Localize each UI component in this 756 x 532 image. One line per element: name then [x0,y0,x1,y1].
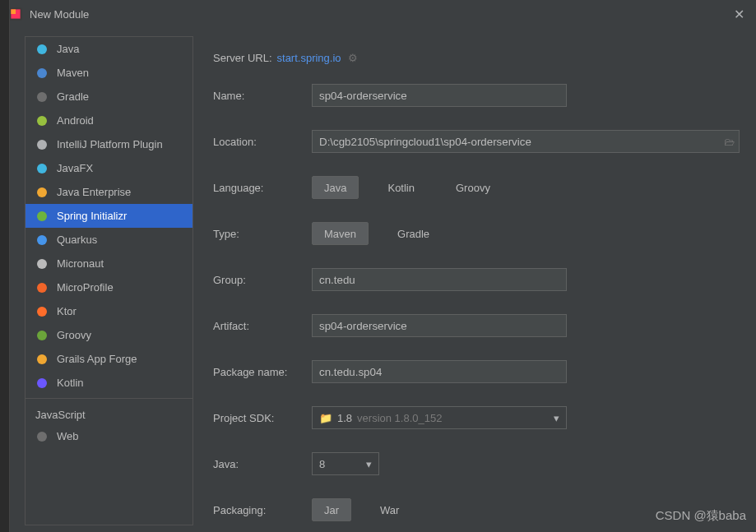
type-label: Type: [213,228,312,240]
grails-icon [35,353,49,366]
sidebar-item-java[interactable]: Java [26,37,192,61]
gear-icon[interactable]: ⚙ [348,52,358,64]
location-label: Location: [213,136,312,148]
web-icon [35,430,49,443]
group-input[interactable] [312,268,567,291]
sdk-version: version 1.8.0_152 [357,412,442,424]
android-icon [35,114,49,127]
svg-point-12 [37,259,47,269]
server-url-link[interactable]: start.spring.io [277,52,341,64]
sidebar-item-javafx[interactable]: JavaFX [26,156,192,180]
sidebar-item-ktor[interactable]: Ktor [26,299,192,323]
sidebar-item-maven[interactable]: Maven [26,61,192,85]
sidebar-group-js: JavaScript [26,402,192,424]
micronaut-icon [35,257,49,271]
sdk-value: 1.8 [337,412,352,424]
java-label: Java: [213,458,312,470]
name-label: Name: [213,90,312,102]
sidebar-item-micronaut[interactable]: Micronaut [26,252,192,275]
sidebar-item-label: Grails App Forge [57,353,137,365]
language-option-groovy[interactable]: Groovy [443,176,503,199]
svg-point-7 [37,140,47,150]
svg-point-4 [37,68,47,78]
ktor-icon [35,305,49,318]
app-icon [8,7,23,21]
artifact-input[interactable] [312,314,567,337]
location-input[interactable] [312,130,740,153]
svg-rect-2 [11,9,16,14]
folder-sdk-icon: 📁 [319,412,332,424]
quarkus-icon [35,234,49,247]
server-url-label: Server URL: [213,52,272,64]
sidebar-item-quarkus[interactable]: Quarkus [26,228,192,252]
microprofile-icon [35,281,49,294]
language-group: JavaKotlinGroovy [312,176,519,199]
language-option-kotlin[interactable]: Kotlin [375,176,427,199]
generator-sidebar: JavaMavenGradleAndroidIntelliJ Platform … [25,36,193,525]
sidebar-item-android[interactable]: Android [26,109,192,132]
sidebar-item-label: Java Enterprise [57,186,131,198]
svg-point-14 [37,307,47,317]
sidebar-item-label: Gradle [57,90,89,103]
svg-point-6 [37,116,47,126]
window-title: New Module [30,8,730,21]
sdk-select[interactable]: 📁 1.8 version 1.8.0_152 ▾ [312,406,567,429]
sdk-label: Project SDK: [213,412,312,424]
sidebar-item-kotlin[interactable]: Kotlin [26,371,192,395]
groovy-icon [35,329,49,342]
sidebar-item-label: Android [57,114,94,127]
sidebar-item-label: MicroProfile [57,281,114,294]
svg-point-18 [37,432,47,442]
svg-point-15 [37,331,47,340]
svg-point-8 [37,164,47,173]
sidebar-item-intellij-platform-plugin[interactable]: IntelliJ Platform Plugin [26,132,192,156]
sidebar-item-microprofile[interactable]: MicroProfile [26,275,192,299]
java-select[interactable]: 8 ▾ [312,452,379,475]
packaging-label: Packaging: [213,504,312,516]
svg-point-10 [37,211,47,221]
javafx-icon [35,162,49,175]
packaging-option-jar[interactable]: Jar [312,498,351,521]
sidebar-item-label: Web [57,430,79,442]
sidebar-item-label: IntelliJ Platform Plugin [57,138,163,150]
folder-icon[interactable]: 🗁 [724,136,735,148]
chevron-down-icon: ▾ [366,458,372,470]
type-group: MavenGradle [312,222,458,245]
language-label: Language: [213,182,312,194]
edge-strip [0,0,10,532]
sidebar-item-label: Spring Initializr [57,210,127,222]
jee-icon [35,186,49,199]
type-option-maven[interactable]: Maven [312,222,369,245]
titlebar: New Module ✕ [0,0,756,28]
gradle-icon [35,90,49,104]
packaging-option-war[interactable]: War [368,498,411,521]
spring-icon [35,210,49,223]
type-option-gradle[interactable]: Gradle [385,222,442,245]
sidebar-item-web[interactable]: Web [26,424,192,448]
sidebar-item-spring-initializr[interactable]: Spring Initializr [26,204,192,228]
sidebar-item-label: Micronaut [57,257,104,270]
sidebar-item-grails-app-forge[interactable]: Grails App Forge [26,347,192,371]
svg-point-17 [37,378,47,388]
sidebar-item-label: Groovy [57,329,91,341]
sidebar-item-label: Maven [57,67,89,79]
sidebar-item-label: Ktor [57,305,77,317]
package-input[interactable] [312,360,567,383]
svg-point-11 [37,235,47,245]
kotlin-icon [35,377,49,390]
name-input[interactable] [312,84,567,107]
sidebar-item-groovy[interactable]: Groovy [26,323,192,347]
sidebar-item-label: JavaFX [57,162,93,174]
close-icon[interactable]: ✕ [730,3,748,25]
sidebar-item-label: Kotlin [57,377,84,389]
svg-point-3 [37,44,47,54]
java-icon [35,43,49,56]
language-option-java[interactable]: Java [312,176,359,199]
java-value: 8 [319,458,325,470]
sidebar-item-label: Quarkus [57,234,97,246]
svg-point-9 [37,187,47,197]
sidebar-item-gradle[interactable]: Gradle [26,85,192,109]
chevron-down-icon: ▾ [554,412,559,424]
sidebar-item-java-enterprise[interactable]: Java Enterprise [26,180,192,204]
packaging-group: JarWar [312,498,428,521]
